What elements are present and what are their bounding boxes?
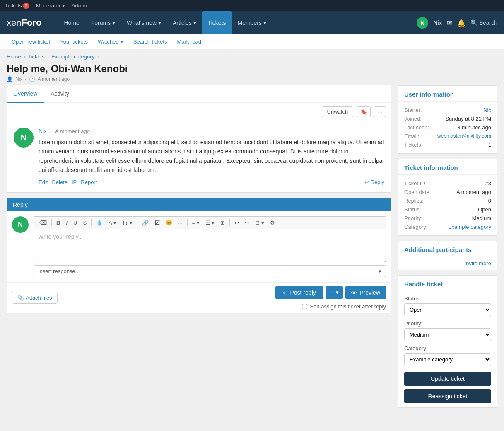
forums-arrow: ▾	[112, 19, 115, 26]
self-assign-checkbox[interactable]	[302, 304, 307, 309]
settings-btn[interactable]: ⚙	[268, 218, 277, 227]
handle-priority-label: Priority:	[404, 320, 491, 327]
bell-icon[interactable]: 🔔	[457, 19, 465, 27]
reply-footer: 📎 Attach files ↩ Post reply ··· ▾ 👁 Prev…	[7, 282, 391, 313]
strike-btn[interactable]: S	[81, 218, 89, 227]
top-bar: Tickets2 Moderator ▾ Admin	[0, 0, 504, 11]
replies-row: Replies: 0	[404, 196, 491, 205]
message-body: Lorem ipsum dolor sit amet, consectetur …	[39, 138, 384, 175]
message-content: Nix · A moment ago Lorem ipsum dolor sit…	[39, 128, 384, 185]
breadcrumb: Home › Tickets › Example category ›	[0, 49, 504, 61]
breadcrumb-home[interactable]: Home	[7, 53, 21, 60]
starter-row: Starter: Nix	[404, 106, 491, 114]
watched-arrow: ▾	[121, 39, 123, 45]
starter-value[interactable]: Nix	[483, 107, 491, 113]
user-info-table: Starter: Nix Joined: Sunday at 8:21 PM L…	[398, 102, 497, 153]
image-btn[interactable]: 🖼	[152, 218, 162, 227]
page-title: Help me, Obi-Wan Kenobi	[7, 63, 497, 75]
topbar-tickets-link[interactable]: Tickets2	[5, 2, 29, 9]
email-label: Email:	[404, 133, 419, 139]
tickets-label: Tickets:	[404, 142, 422, 148]
reply-link[interactable]: ↩ Reply	[364, 179, 384, 185]
post-container: Unwatch 🔖 ··· N Nix · A moment ago Lorem…	[7, 103, 391, 193]
email-value[interactable]: webmaster@nixfifty.com	[437, 133, 491, 139]
mail-icon[interactable]: ✉	[447, 19, 452, 27]
redo-btn[interactable]: ↪	[243, 218, 251, 227]
table-btn[interactable]: ⊞	[218, 218, 227, 227]
tab-overview[interactable]: Overview	[7, 85, 44, 103]
message-sep: ·	[50, 128, 52, 134]
invite-more-link[interactable]: Invite more	[398, 257, 497, 270]
align-btn[interactable]: ≡ ▾	[190, 218, 202, 227]
nav-home[interactable]: Home	[58, 11, 85, 34]
last-seen-row: Last seen: 3 minutes ago	[404, 123, 491, 132]
breadcrumb-tickets[interactable]: Tickets	[28, 53, 45, 60]
preview-button[interactable]: 👁 Preview	[345, 286, 386, 299]
link-btn[interactable]: 🔗	[140, 218, 151, 227]
special-btn[interactable]: ⊟ ▾	[253, 218, 266, 227]
nav-tickets[interactable]: Tickets	[202, 11, 232, 34]
unwatch-button[interactable]: Unwatch	[322, 106, 354, 117]
handle-category-select[interactable]: Example category General Technical	[404, 353, 491, 366]
editor-textarea[interactable]: Write your reply...	[34, 229, 386, 262]
subnav-your-tickets[interactable]: Your tickets	[55, 34, 93, 49]
more-btn[interactable]: ···	[176, 218, 185, 227]
user-info-title: User information	[398, 86, 497, 102]
tabs: Overview Activity	[7, 85, 391, 103]
breadcrumb-sep-3: ›	[97, 53, 99, 60]
subnav-mark-read[interactable]: Mark read	[172, 34, 206, 49]
eraser-btn[interactable]: ⌫	[37, 218, 49, 227]
undo-btn[interactable]: ↩	[232, 218, 241, 227]
subnav-open-ticket[interactable]: Open new ticket	[7, 34, 55, 49]
joined-value: Sunday at 8:21 PM	[445, 116, 491, 122]
nav-right: N Nix ✉ 🔔 🔍 Search	[417, 17, 497, 29]
insert-response-dropdown[interactable]: Insert response... ▾	[34, 265, 386, 277]
handle-ticket-panel: Handle ticket Status: Open Closed Pendin…	[398, 275, 497, 408]
attach-files-button[interactable]: 📎 Attach files	[12, 292, 58, 304]
update-ticket-button[interactable]: Update ticket	[404, 372, 491, 386]
user-info-panel: User information Starter: Nix Joined: Su…	[398, 85, 497, 154]
category-value[interactable]: Example category	[448, 224, 491, 230]
handle-status-select[interactable]: Open Closed Pending	[404, 303, 491, 316]
topbar-moderator-label: Moderator	[36, 2, 60, 9]
message-actions: Edit Delete IP Report ↩ Reply	[39, 179, 384, 185]
subnav-watched[interactable]: Watched ▾	[93, 34, 128, 49]
text-size-btn[interactable]: T↕ ▾	[120, 218, 135, 227]
nav-whats-new[interactable]: What's new ▾	[121, 11, 167, 34]
tab-activity[interactable]: Activity	[44, 85, 75, 103]
list-btn[interactable]: ☰ ▾	[203, 218, 217, 227]
search-button[interactable]: 🔍 Search	[470, 19, 497, 26]
more-options-button[interactable]: ···	[374, 106, 386, 117]
reply-inner: N ⌫ B I U S 💧 A ▾ T↕ ▾ 🔗	[7, 211, 391, 282]
person-icon: 👤	[7, 76, 13, 82]
status-value: Open	[478, 206, 491, 213]
font-btn[interactable]: A ▾	[106, 218, 118, 227]
underline-btn[interactable]: U	[71, 218, 79, 227]
emoji-btn[interactable]: 😊	[164, 218, 174, 227]
post-reply-button[interactable]: ↩ Post reply	[275, 286, 323, 299]
ip-link[interactable]: IP	[72, 179, 77, 185]
post-more-button[interactable]: ··· ▾	[326, 286, 343, 299]
reply-actions: ↩ Post reply ··· ▾ 👁 Preview Self-assign…	[275, 286, 386, 310]
nav-forums[interactable]: Forums ▾	[85, 11, 121, 34]
reassign-ticket-button[interactable]: Reassign ticket	[404, 389, 491, 403]
whats-new-arrow: ▾	[158, 19, 161, 26]
italic-btn[interactable]: I	[64, 218, 70, 227]
topbar-admin-label: Admin	[72, 2, 87, 9]
color-btn[interactable]: 💧	[94, 218, 105, 227]
nav-articles[interactable]: Articles ▾	[167, 11, 202, 34]
handle-priority-select[interactable]: Low Medium High	[404, 328, 491, 341]
header: xenForo Home Forums ▾ What's new ▾ Artic…	[0, 11, 504, 34]
subnav-search-tickets[interactable]: Search tickets	[128, 34, 172, 49]
delete-link[interactable]: Delete	[52, 179, 68, 185]
preview-label: Preview	[359, 289, 380, 296]
topbar-moderator-link[interactable]: Moderator ▾	[36, 2, 65, 9]
report-link[interactable]: Report	[81, 179, 97, 185]
edit-link[interactable]: Edit	[39, 179, 48, 185]
bookmark-button[interactable]: 🔖	[357, 106, 371, 117]
page-meta: 👤 Nix · 🕐 A moment ago	[7, 76, 497, 82]
topbar-admin-link[interactable]: Admin	[72, 2, 87, 9]
nav-members[interactable]: Members ▾	[232, 11, 272, 34]
category-label: Category:	[404, 224, 427, 230]
bold-btn[interactable]: B	[54, 218, 62, 227]
